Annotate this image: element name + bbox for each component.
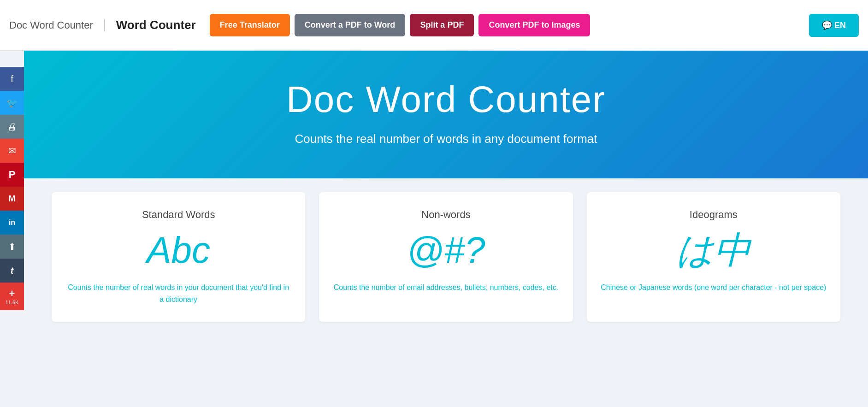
non-words-icon: @#? [407,232,485,269]
tumblr-icon: t [11,265,14,276]
ideograms-card: Ideograms は中 Chinese or Japanese words (… [587,192,840,322]
hero-section: Doc Word Counter Counts the real number … [24,51,868,178]
standard-words-card: Standard Words Abc Counts the number of … [52,192,305,322]
language-button[interactable]: 💬 EN [809,14,859,37]
ideograms-icon: は中 [676,232,751,269]
share-icon: ⬆ [8,241,16,252]
pinterest-icon: P [9,169,16,181]
hero-title: Doc Word Counter [33,78,859,121]
convert-pdf-to-word-button[interactable]: Convert a PDF to Word [295,14,406,36]
nav-doc-word-counter: Doc Word Counter [9,19,105,31]
non-words-title: Non-words [421,209,470,221]
gmail-icon: M [9,194,16,204]
free-translator-button[interactable]: Free Translator [210,14,290,36]
tumblr-button[interactable]: t [0,259,24,283]
header-nav: Doc Word Counter Word Counter Free Trans… [9,14,859,36]
email-icon: ✉ [8,145,16,156]
social-sidebar: f 🐦 🖨 ✉ P M in ⬆ t + 11.6K [0,67,24,310]
print-button[interactable]: 🖨 [0,115,24,139]
gmail-button[interactable]: M [0,187,24,211]
split-pdf-button[interactable]: Split a PDF [410,14,474,36]
share-count: 11.6K [6,300,19,305]
convert-pdf-to-images-button[interactable]: Convert PDF to Images [478,14,590,36]
facebook-icon: f [11,74,13,84]
more-button[interactable]: + 11.6K [0,283,24,310]
twitter-button[interactable]: 🐦 [0,91,24,115]
ideograms-desc: Chinese or Japanese words (one word per … [601,282,826,294]
standard-words-icon: Abc [147,232,210,269]
twitter-icon: 🐦 [6,97,18,108]
non-words-desc: Counts the number of email addresses, bu… [334,282,558,294]
print-icon: 🖨 [7,122,17,132]
ideograms-title: Ideograms [690,209,738,221]
email-button[interactable]: ✉ [0,139,24,163]
pinterest-button[interactable]: P [0,163,24,187]
hero-subtitle: Counts the real number of words in any d… [33,132,859,146]
header: Doc Word Counter Word Counter Free Trans… [0,0,868,51]
cards-section: Standard Words Abc Counts the number of … [24,178,868,349]
linkedin-icon: in [9,218,15,227]
standard-words-title: Standard Words [142,209,215,221]
non-words-card: Non-words @#? Counts the number of email… [319,192,573,322]
share-button[interactable]: ⬆ [0,235,24,259]
standard-words-desc: Counts the number of real words in your … [65,282,291,305]
nav-word-counter: Word Counter [116,18,196,32]
facebook-button[interactable]: f [0,67,24,91]
linkedin-button[interactable]: in [0,211,24,235]
more-icon: + [9,288,15,300]
